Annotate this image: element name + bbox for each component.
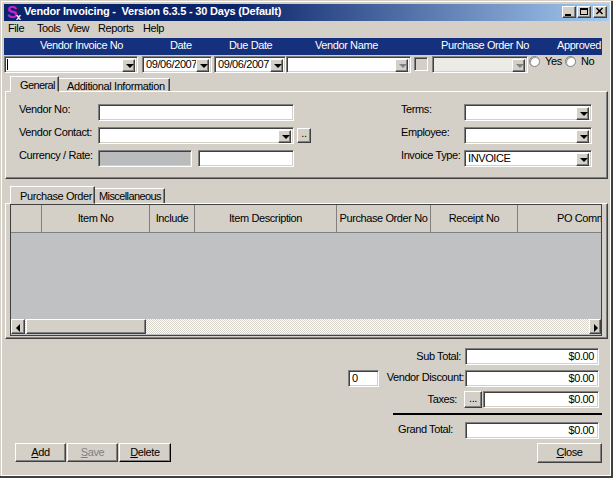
svg-text:x: x bbox=[16, 12, 21, 21]
